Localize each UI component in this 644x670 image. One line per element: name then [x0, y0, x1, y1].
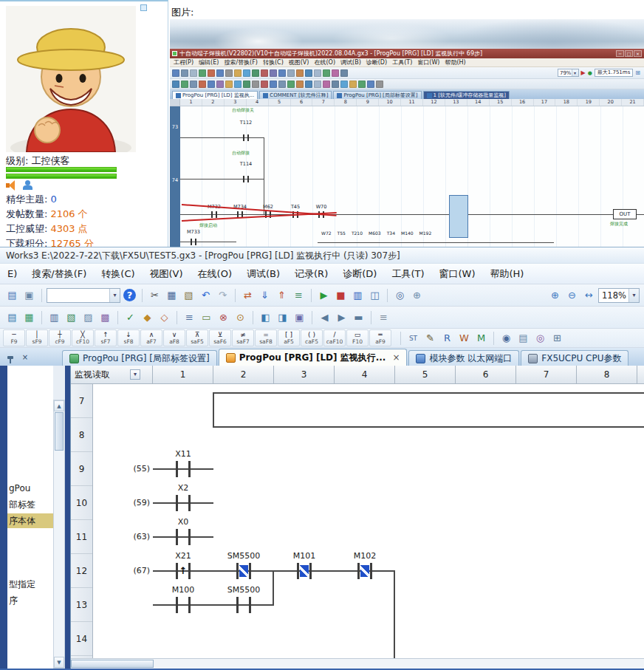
intelligent-function-icon[interactable]: ▣ — [292, 310, 307, 325]
device-display-icon[interactable]: ◉ — [499, 330, 514, 346]
menu-item-5[interactable]: 调试(B) — [239, 264, 287, 284]
device-comment-icon[interactable]: ▨ — [80, 310, 96, 325]
rebuild-icon[interactable]: ◇ — [157, 310, 172, 325]
panel-splitter[interactable] — [65, 366, 70, 669]
menu-item-2[interactable]: 转换(C) — [94, 264, 142, 284]
ladder-contact-m101[interactable]: M101 — [282, 563, 326, 579]
fit-width-icon[interactable]: ↔ — [581, 287, 597, 303]
tab-progpou-local-label[interactable]: ProgPou [PRG] [局部标签设置] — [62, 350, 217, 366]
menu-item-3[interactable]: 视图(V) — [143, 264, 191, 284]
zoom-combo[interactable]: 118%▾ — [598, 288, 640, 303]
watch2-icon[interactable]: ◨ — [275, 310, 290, 325]
module-config-icon[interactable]: ▦ — [21, 310, 37, 325]
ladder-symbol-F9[interactable]: ─F9 — [3, 329, 25, 346]
paste-icon[interactable]: ▧ — [181, 287, 196, 303]
monitor-mode-icon[interactable]: M — [473, 330, 489, 346]
note-icon[interactable]: ▭ — [199, 310, 214, 325]
device-batch-monitor-icon[interactable]: ▥ — [350, 287, 366, 303]
tab-cpu-parameter[interactable]: FX5UCPU CPU参数 — [521, 350, 628, 366]
comment-display-icon[interactable]: ≡ — [376, 310, 391, 325]
ladder-h-scrollbar[interactable] — [71, 658, 644, 669]
edit-mode-icon[interactable]: ✎ — [422, 330, 438, 346]
menu-item-4[interactable]: 在线(O) — [191, 264, 239, 284]
nav-item-local-label[interactable]: 部标签 — [7, 497, 53, 512]
ladder-symbol-sF9[interactable]: │sF9 — [26, 329, 48, 346]
ladder-symbol-aF9[interactable]: ═aF9 — [369, 329, 391, 346]
nav-item-progpou[interactable]: gPou — [7, 481, 53, 496]
ladder-contact-sm5500b[interactable]: SM5500 — [222, 597, 266, 613]
convert-icon[interactable]: ⇄ — [240, 287, 256, 303]
ladder-contact-sm5500[interactable]: SM5500 — [222, 563, 266, 579]
project-icon[interactable]: ▤ — [4, 287, 20, 303]
scrollbar-thumb[interactable] — [71, 660, 154, 668]
ladder-symbol-caF5[interactable]: ( )caF5 — [301, 329, 323, 346]
ladder-symbol-aF7[interactable]: ∧aF7 — [140, 329, 162, 346]
output-window-icon[interactable]: ▬ — [351, 310, 366, 325]
nav-scrollbar[interactable]: ▲ ▼ — [53, 400, 65, 669]
ladder-contact-x2[interactable]: X2 — [161, 495, 205, 511]
menu-item-7[interactable]: 诊断(D) — [335, 264, 384, 284]
watch1-icon[interactable]: ◧ — [258, 310, 273, 325]
navigation-window-icon[interactable]: ◀ — [317, 310, 332, 325]
statement-icon[interactable]: ≡ — [182, 310, 197, 325]
dropdown-arrow-icon[interactable]: ▾ — [109, 289, 120, 302]
message-speaker-icon[interactable] — [6, 180, 18, 191]
ladder-editor[interactable]: 监视读取 ▾ 12345678 7891011121314 (55) X11 — [70, 366, 644, 669]
menu-item-8[interactable]: 工具(T) — [384, 264, 431, 284]
online-write-icon[interactable]: ⇓ — [257, 287, 273, 303]
zoom-out-icon[interactable]: ⊖ — [564, 287, 580, 303]
ladder-symbol-saF5[interactable]: ⊼saF5 — [186, 329, 208, 346]
scroll-up-icon[interactable]: ▲ — [54, 400, 64, 411]
ladder-symbol-saF8[interactable]: =saF8 — [255, 329, 277, 346]
device-test-icon[interactable]: ⊗ — [216, 310, 231, 325]
tab-close-icon[interactable]: × — [392, 352, 400, 363]
avatar[interactable] — [6, 6, 136, 152]
watch-window-icon[interactable]: ◫ — [367, 287, 383, 303]
tab-progpou-ld-monitor[interactable]: ProgPou [PRG] [LD] 监视执行... × — [219, 349, 408, 366]
cut-icon[interactable]: ✂ — [147, 287, 162, 303]
ladder-contact-x21[interactable]: X21 ↑ — [161, 563, 205, 579]
ladder-contact-m102[interactable]: M102 — [343, 563, 387, 579]
ladder-contact-x0[interactable]: X0 — [161, 529, 205, 545]
ladder-symbol-caF10[interactable]: /caF10 — [323, 329, 346, 346]
comment-toggle-icon[interactable]: ▤ — [515, 330, 531, 346]
label-editor-icon[interactable]: ▧ — [64, 310, 79, 325]
auto-hide-pin-icon[interactable] — [4, 351, 17, 363]
ladder-symbol-saF7[interactable]: ≠saF7 — [232, 329, 254, 346]
tab-module-param-ethernet[interactable]: 模块参数 以太网端口 — [408, 350, 519, 366]
watch-device-combo[interactable]: ▾ — [47, 288, 120, 303]
verify-icon[interactable]: ≡ — [291, 287, 306, 303]
zoom-in-icon[interactable]: ⊕ — [547, 287, 563, 303]
ladder-symbol-cF10[interactable]: ╳cF10 — [72, 329, 94, 346]
ladder-canvas[interactable]: (55) X11 (59) X2 (63) X0 — [71, 384, 644, 658]
option-icon[interactable]: ⊞ — [549, 330, 565, 346]
close-panel-icon[interactable]: × — [18, 351, 32, 363]
ladder-symbol-cF9[interactable]: ┼cF9 — [49, 329, 71, 346]
parameter-icon[interactable]: ▤ — [4, 310, 20, 325]
ladder-editor-icon[interactable]: ▥ — [47, 310, 62, 325]
copy-icon[interactable]: ▦ — [164, 287, 179, 303]
nav-item-type-spec[interactable]: 型指定 — [7, 577, 53, 592]
ladder-contact-m100[interactable]: M100 — [161, 597, 205, 613]
mode-dropdown-icon[interactable]: ▾ — [130, 369, 140, 380]
find-device-icon[interactable]: ◎ — [532, 330, 548, 346]
nav-item-program[interactable]: 序 — [7, 593, 53, 608]
profile-user-icon[interactable] — [22, 180, 34, 191]
ladder-symbol-aF5[interactable]: [ ]aF5 — [278, 329, 300, 346]
menu-item-1[interactable]: 搜索/替换(F) — [24, 264, 94, 284]
menu-item-9[interactable]: 窗口(W) — [431, 264, 482, 284]
ladder-symbol-F10[interactable]: ▭F10 — [346, 329, 369, 346]
inline-st-icon[interactable]: ST — [405, 330, 421, 346]
help-icon[interactable]: ? — [123, 289, 136, 301]
menu-item-6[interactable]: 记录(R) — [287, 264, 335, 284]
window-cascade-icon[interactable]: ▣ — [21, 287, 37, 303]
scrollbar-thumb[interactable] — [55, 412, 64, 451]
forced-io-icon[interactable]: ⊙ — [233, 310, 248, 325]
build-icon[interactable]: ◆ — [140, 310, 155, 325]
device-memory-icon[interactable]: ▩ — [97, 310, 113, 325]
find-replace-icon[interactable]: ◎ — [392, 287, 408, 303]
dropdown-arrow-icon[interactable]: ▾ — [628, 289, 639, 302]
monitor-start-icon[interactable]: ▶ — [316, 287, 332, 303]
write-mode-icon[interactable]: W — [456, 330, 472, 346]
scroll-down-icon[interactable]: ▼ — [54, 657, 64, 668]
